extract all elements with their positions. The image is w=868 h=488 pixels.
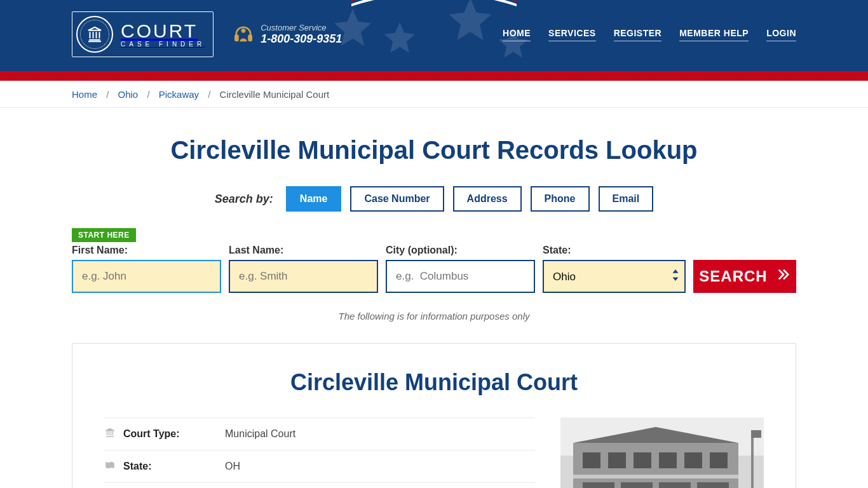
logo-line1: COURT: [121, 22, 205, 41]
tab-case-number[interactable]: Case Number: [350, 186, 444, 212]
customer-service-phone: 1-800-309-9351: [261, 32, 342, 46]
double-chevron-right-icon: [776, 268, 790, 285]
court-info-list: Court Type: Municipal Court State: OH Co…: [104, 417, 535, 488]
info-row-court-type: Court Type: Municipal Court: [104, 417, 535, 450]
info-row-state: State: OH: [104, 450, 535, 482]
city-input[interactable]: [386, 260, 535, 293]
tab-phone[interactable]: Phone: [531, 186, 590, 212]
search-form: First Name: Last Name: City (optional): …: [72, 245, 796, 293]
svg-point-7: [467, 0, 469, 2]
svg-rect-14: [583, 452, 600, 468]
breadcrumb-home[interactable]: Home: [72, 89, 97, 100]
search-by-label: Search by:: [215, 193, 273, 206]
court-title: Circleville Municipal Court: [104, 369, 764, 396]
logo-line2: CASE FINDER: [121, 41, 205, 48]
svg-point-3: [388, 2, 390, 4]
breadcrumb-sep: /: [106, 89, 109, 100]
first-name-input[interactable]: [72, 260, 221, 293]
logo-text: COURT CASE FINDER: [121, 22, 205, 48]
disclaimer-text: The following is for information purpose…: [72, 311, 796, 322]
header-ribbon: [0, 73, 868, 81]
customer-service: Customer Service 1-800-309-9351: [233, 23, 342, 46]
court-info-card: Circleville Municipal Court Court Type: …: [72, 343, 796, 488]
page-title: Circleville Municipal Court Records Look…: [72, 136, 796, 165]
search-by-tabs: Search by: Name Case Number Address Phon…: [72, 186, 796, 212]
search-button[interactable]: SEARCH: [693, 260, 796, 293]
site-logo[interactable]: COURT CASE FINDER: [72, 11, 214, 57]
svg-rect-18: [684, 452, 702, 468]
svg-rect-16: [634, 452, 651, 468]
svg-point-6: [457, 0, 459, 1]
svg-rect-25: [751, 430, 761, 438]
institution-icon: [104, 427, 123, 441]
svg-rect-15: [608, 452, 626, 468]
svg-point-4: [398, 0, 400, 2]
svg-rect-23: [697, 482, 729, 488]
svg-point-5: [409, 0, 410, 1]
tab-email[interactable]: Email: [599, 186, 654, 212]
svg-rect-21: [621, 482, 653, 488]
nav-login[interactable]: LOGIN: [766, 28, 796, 41]
map-icon: [104, 459, 123, 473]
svg-rect-24: [751, 430, 754, 488]
court-type-value: Municipal Court: [225, 428, 295, 440]
state-info-label: State:: [123, 461, 225, 472]
breadcrumb-county[interactable]: Pickaway: [159, 89, 199, 100]
city-label: City (optional):: [386, 245, 535, 256]
breadcrumb-bar: Home / Ohio / Pickaway / Circleville Mun…: [0, 81, 868, 108]
info-row-county: County: Pickaway: [104, 482, 535, 488]
svg-rect-13: [573, 475, 738, 478]
state-select[interactable]: Ohio: [543, 260, 686, 293]
svg-rect-0: [235, 35, 238, 41]
svg-rect-20: [583, 482, 614, 488]
breadcrumb: Home / Ohio / Pickaway / Circleville Mun…: [62, 81, 806, 107]
breadcrumb-sep: /: [208, 89, 210, 100]
svg-rect-17: [659, 452, 677, 468]
last-name-label: Last Name:: [229, 245, 378, 256]
search-button-label: SEARCH: [699, 268, 767, 285]
svg-rect-1: [249, 35, 252, 41]
start-here-badge: START HERE: [72, 228, 136, 242]
svg-rect-19: [710, 452, 728, 468]
tab-name[interactable]: Name: [286, 186, 342, 212]
nav-register[interactable]: REGISTER: [614, 28, 662, 41]
site-header: COURT CASE FINDER Customer Service: [0, 0, 868, 73]
svg-point-2: [241, 29, 246, 33]
nav-home[interactable]: HOME: [503, 28, 531, 41]
state-label: State:: [543, 245, 686, 256]
headset-icon: [233, 24, 254, 45]
court-seal-icon: [76, 16, 113, 53]
first-name-label: First Name:: [72, 245, 221, 256]
main-nav: HOME SERVICES REGISTER MEMBER HELP LOGIN: [503, 28, 796, 41]
customer-service-label: Customer Service: [261, 23, 342, 32]
breadcrumb-sep: /: [147, 89, 149, 100]
breadcrumb-current: Circleville Municipal Court: [220, 89, 330, 100]
header-ribbon-eagle: [351, 0, 517, 20]
court-photo: [560, 417, 764, 488]
court-type-label: Court Type:: [123, 428, 225, 440]
svg-rect-22: [659, 482, 691, 488]
breadcrumb-state[interactable]: Ohio: [118, 89, 139, 100]
nav-member-help[interactable]: MEMBER HELP: [679, 28, 749, 41]
last-name-input[interactable]: [229, 260, 378, 293]
state-info-value: OH: [225, 461, 240, 472]
tab-address[interactable]: Address: [453, 186, 522, 212]
svg-point-8: [477, 2, 479, 4]
nav-services[interactable]: SERVICES: [548, 28, 596, 41]
